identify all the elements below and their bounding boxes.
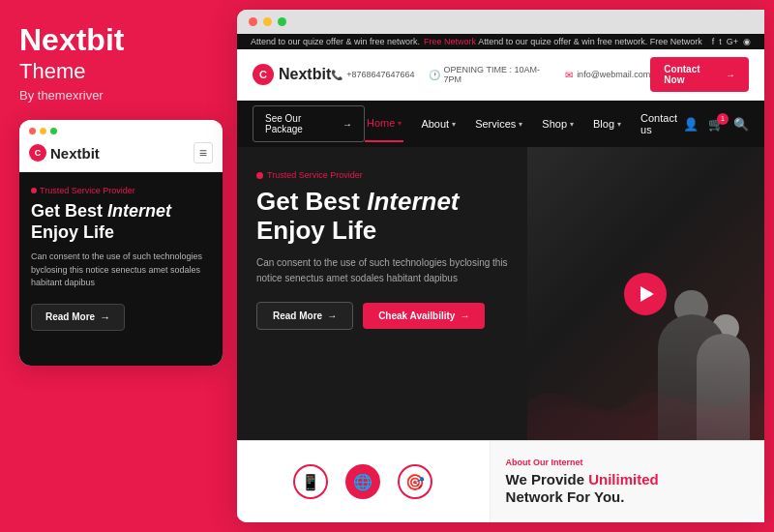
hero-title-part2: Enjoy Life xyxy=(256,216,376,245)
nav-right-icons: 👤 🛒 1 🔍 xyxy=(683,117,749,132)
mobile-window-dots xyxy=(29,128,57,134)
facebook-icon[interactable]: f xyxy=(712,37,715,46)
play-button[interactable] xyxy=(624,273,667,315)
nav-contact-label: Contact us xyxy=(640,112,681,135)
desktop-logo-text: Nextbit xyxy=(279,66,331,83)
mobile-hero-description: Can consent to the use of such technolog… xyxy=(31,251,211,290)
nav-about-caret-icon: ▾ xyxy=(452,120,456,129)
brand-title: Nextbit xyxy=(19,23,218,57)
read-more-label: Read More xyxy=(273,310,322,321)
nav-item-shop[interactable]: Shop ▾ xyxy=(540,106,576,141)
check-availability-button[interactable]: Cheak Availbility → xyxy=(363,303,485,329)
mobile-mockup: C Nextbit ≡ Trusted Service Provider Get… xyxy=(19,120,223,366)
nav-services-label: Services xyxy=(475,118,516,130)
hero-description: Can consent to the use of such technolog… xyxy=(256,255,508,286)
hero-wave-decoration xyxy=(527,363,764,440)
mobile-logo-text: Nextbit xyxy=(50,145,100,162)
instagram-icon[interactable]: ◉ xyxy=(743,37,751,46)
read-more-button[interactable]: Read More → xyxy=(256,302,353,330)
desktop-hero: Trusted Service Provider Get Best Intern… xyxy=(237,147,764,440)
about-title-part2: Network For You. xyxy=(506,488,625,505)
phone-number: +8768647647664 xyxy=(346,70,414,79)
email-address: info@webmail.com xyxy=(577,70,650,79)
nav-cart-icon[interactable]: 🛒 1 xyxy=(708,117,724,132)
mobile-top-bar xyxy=(19,120,223,134)
mobile-hero-title-part1: Get Best xyxy=(31,201,107,221)
nav-home-caret-icon: ▾ xyxy=(398,119,402,128)
desktop-logo-icon: C xyxy=(253,64,274,85)
bottom-about-section: About Our Internet We Provide Unilimited… xyxy=(491,441,764,522)
opening-info: 🕐 OPENING TIME : 10AM-7PM xyxy=(429,65,552,84)
phone-info: 📞 +8768647647664 xyxy=(331,70,414,80)
desktop-header-info: 📞 +8768647647664 🕐 OPENING TIME : 10AM-7… xyxy=(331,65,650,84)
nav-user-icon[interactable]: 👤 xyxy=(683,117,699,132)
contact-now-button[interactable]: Contact Now → xyxy=(650,57,749,92)
phone-icon: 📞 xyxy=(331,70,342,80)
check-arrow-icon: → xyxy=(460,310,469,321)
see-package-label: See Our Package xyxy=(265,113,339,134)
mobile-logo-icon: C xyxy=(29,144,46,162)
nav-item-home[interactable]: Home ▾ xyxy=(365,105,403,142)
left-panel: Nextbit Theme By themexriver C Nextbit ≡… xyxy=(0,0,237,532)
mobile-nav: C Nextbit ≡ xyxy=(19,134,223,172)
see-package-arrow-icon: → xyxy=(342,119,352,130)
announcement-left: Attend to our quize offer & win free net… xyxy=(251,37,476,46)
email-icon: ✉ xyxy=(565,70,573,80)
hero-content: Trusted Service Provider Get Best Intern… xyxy=(237,147,527,440)
mobile-trusted-label: Trusted Service Provider xyxy=(31,186,211,195)
nav-menu: Home ▾ About ▾ Services ▾ Shop ▾ Blog ▾ … xyxy=(365,101,683,147)
check-availability-label: Cheak Availbility xyxy=(378,310,455,321)
browser-dot-green xyxy=(278,17,286,26)
hero-buttons: Read More → Cheak Availbility → xyxy=(256,302,508,330)
about-label: About Our Internet xyxy=(506,458,749,467)
desktop-header: C Nextbit 📞 +8768647647664 🕐 OPENING TIM… xyxy=(237,49,764,101)
announcement-bar: Attend to our quize offer & win free net… xyxy=(237,34,764,49)
mobile-logo: C Nextbit xyxy=(29,144,100,162)
target-service-icon: 🎯 xyxy=(398,464,432,499)
nav-shop-label: Shop xyxy=(542,118,567,130)
about-title-highlight: Unilimited xyxy=(588,471,659,488)
announcement-link[interactable]: Free Network xyxy=(424,37,476,46)
browser-dot-yellow xyxy=(263,17,272,26)
nav-services-caret-icon: ▾ xyxy=(519,120,522,129)
hero-image-side xyxy=(527,147,764,440)
nav-blog-label: Blog xyxy=(593,118,614,130)
see-package-button[interactable]: See Our Package → xyxy=(253,105,365,142)
mobile-read-more-label: Read More xyxy=(45,311,95,322)
hero-title-part1: Get Best xyxy=(256,187,367,216)
bottom-icons-row: 📱 🌐 🎯 xyxy=(237,441,491,522)
opening-time: OPENING TIME : 10AM-7PM xyxy=(444,65,552,84)
brand-subtitle: Theme xyxy=(19,59,218,84)
nav-item-contact[interactable]: Contact us xyxy=(639,101,683,147)
twitter-icon[interactable]: t xyxy=(719,37,722,46)
mobile-hamburger-icon[interactable]: ≡ xyxy=(194,142,213,163)
bottom-section: 📱 🌐 🎯 About Our Internet We Provide Unil… xyxy=(237,440,764,522)
desktop-logo: C Nextbit xyxy=(253,64,331,85)
contact-now-label: Contact Now xyxy=(664,64,722,85)
announcement-right: Attend to our quize offer & win free net… xyxy=(478,37,751,46)
globe-service-icon: 🌐 xyxy=(345,464,380,499)
browser-dot-red xyxy=(249,17,257,26)
nav-item-about[interactable]: About ▾ xyxy=(419,106,458,141)
read-more-arrow-icon: → xyxy=(327,310,337,321)
mobile-dot-green xyxy=(50,128,57,134)
googleplus-icon[interactable]: G+ xyxy=(727,37,738,46)
nav-item-blog[interactable]: Blog ▾ xyxy=(591,106,623,141)
clock-icon: 🕐 xyxy=(429,70,440,80)
email-info: ✉ info@webmail.com xyxy=(565,70,650,80)
hero-trusted-label: Trusted Service Provider xyxy=(256,170,508,180)
hero-title: Get Best Internet Enjoy Life xyxy=(256,188,508,246)
about-title-part1: We Provide xyxy=(506,471,589,488)
brand-by: By themexriver xyxy=(19,88,218,103)
announcement-left-text: Attend to our quize offer & win free net… xyxy=(251,37,420,46)
nav-home-label: Home xyxy=(367,117,395,129)
nav-search-icon[interactable]: 🔍 xyxy=(733,117,749,132)
play-icon xyxy=(640,286,654,302)
mobile-read-more-button[interactable]: Read More → xyxy=(31,304,125,331)
desktop-mockup: Attend to our quize offer & win free net… xyxy=(237,10,764,522)
browser-chrome xyxy=(237,10,764,34)
mobile-dot-yellow xyxy=(40,128,46,134)
nav-shop-caret-icon: ▾ xyxy=(570,120,574,129)
announcement-right-text: Attend to our quize offer & win free net… xyxy=(478,37,701,46)
nav-item-services[interactable]: Services ▾ xyxy=(473,106,524,141)
